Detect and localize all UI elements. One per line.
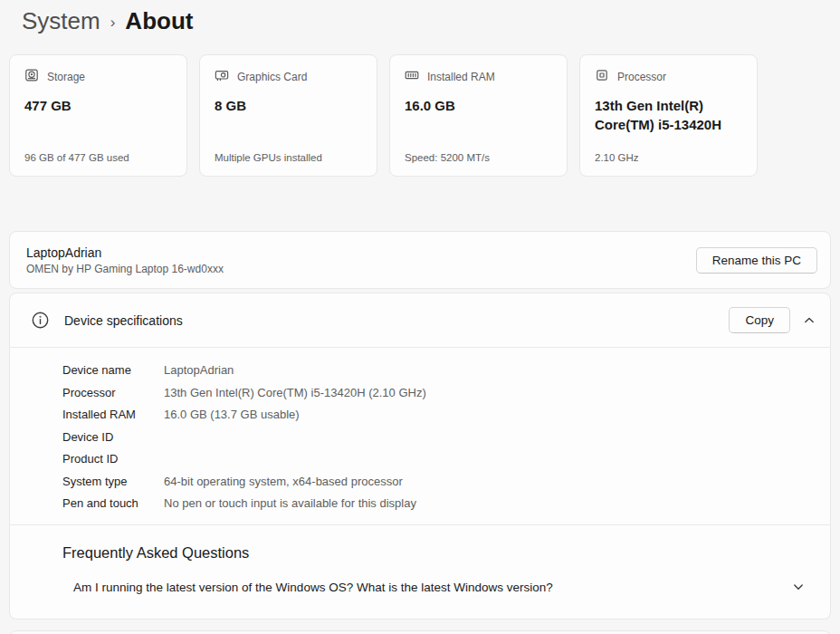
faq-section: Frequently Asked Questions Am I running … (10, 524, 830, 619)
device-specifications-header[interactable]: Device specifications Copy (10, 293, 830, 348)
spec-label: Device name (62, 360, 164, 382)
spec-row-processor: Processor 13th Gen Intel(R) Core(TM) i5-… (62, 382, 830, 405)
rename-pc-button[interactable]: Rename this PC (696, 247, 817, 274)
info-icon (32, 312, 49, 329)
installed-ram-caption: Speed: 5200 MT/s (405, 152, 552, 163)
system-about-page: System › About Storage 477 GB 96 GB of 4… (0, 0, 840, 634)
spec-label: Processor (62, 382, 164, 405)
spec-label: Product ID (62, 448, 164, 471)
chevron-up-icon[interactable] (803, 314, 816, 327)
breadcrumb: System › About (0, 0, 840, 45)
installed-ram-label: Installed RAM (427, 71, 495, 83)
spec-label: System type (62, 471, 164, 494)
graphics-card-card: Graphics Card 8 GB Multiple GPUs install… (199, 54, 377, 177)
breadcrumb-system[interactable]: System (22, 7, 100, 35)
device-name: LaptopAdrian (26, 245, 224, 260)
next-section-card-partial (9, 630, 831, 634)
device-specifications-title: Device specifications (64, 313, 183, 328)
spec-table: Device name LaptopAdrian Processor 13th … (10, 348, 830, 524)
spec-label: Device ID (62, 427, 164, 449)
spec-value: LaptopAdrian (164, 360, 234, 382)
cpu-icon (595, 68, 609, 86)
spec-row-device-id: Device ID (62, 427, 830, 449)
storage-card-value: 477 GB (24, 96, 172, 115)
storage-card-caption: 96 GB of 477 GB used (24, 152, 172, 163)
device-model: OMEN by HP Gaming Laptop 16-wd0xxx (26, 263, 224, 275)
faq-title: Frequently Asked Questions (62, 544, 816, 562)
breadcrumb-separator-icon: › (110, 14, 116, 32)
processor-card: Processor 13th Gen Intel(R) Core(TM) i5-… (579, 54, 758, 177)
graphics-card-value: 8 GB (215, 96, 362, 115)
device-specifications-card: Device specifications Copy Device name L… (9, 293, 831, 620)
faq-question-row[interactable]: Am I running the latest version of the W… (62, 581, 816, 594)
installed-ram-card: Installed RAM 16.0 GB Speed: 5200 MT/s (389, 54, 568, 177)
storage-icon (24, 68, 39, 86)
spec-label: Installed RAM (62, 404, 164, 427)
graphics-card-label: Graphics Card (237, 71, 307, 83)
spec-label: Pen and touch (62, 493, 164, 515)
copy-button[interactable]: Copy (729, 307, 790, 333)
spec-value: 13th Gen Intel(R) Core(TM) i5-13420H (2.… (164, 382, 426, 405)
spec-row-installed-ram: Installed RAM 16.0 GB (13.7 GB usable) (62, 404, 830, 427)
spec-value: 16.0 GB (13.7 GB usable) (164, 404, 300, 427)
page-title: About (125, 7, 193, 35)
spec-row-product-id: Product ID (62, 448, 830, 471)
gpu-icon (215, 68, 229, 86)
device-name-card: LaptopAdrian OMEN by HP Gaming Laptop 16… (9, 231, 831, 289)
storage-card: Storage 477 GB 96 GB of 477 GB used (9, 54, 187, 177)
spec-row-system-type: System type 64-bit operating system, x64… (62, 471, 830, 494)
spec-row-pen-and-touch: Pen and touch No pen or touch input is a… (62, 493, 830, 515)
chevron-down-icon[interactable] (792, 581, 805, 593)
graphics-card-caption: Multiple GPUs installed (215, 152, 362, 163)
installed-ram-value: 16.0 GB (405, 96, 552, 115)
device-identity: LaptopAdrian OMEN by HP Gaming Laptop 16… (26, 245, 224, 275)
spec-value: No pen or touch input is available for t… (164, 493, 416, 515)
summary-cards-row: Storage 477 GB 96 GB of 477 GB used Grap… (9, 54, 831, 177)
faq-question-text: Am I running the latest version of the W… (73, 581, 553, 594)
processor-card-caption: 2.10 GHz (595, 152, 742, 163)
processor-card-value: 13th Gen Intel(R) Core(TM) i5-13420H (595, 96, 742, 134)
spec-value: 64-bit operating system, x64-based proce… (164, 471, 403, 494)
processor-card-label: Processor (617, 71, 666, 83)
spec-row-device-name: Device name LaptopAdrian (62, 360, 830, 382)
ram-icon (405, 68, 419, 86)
storage-card-label: Storage (47, 71, 85, 83)
